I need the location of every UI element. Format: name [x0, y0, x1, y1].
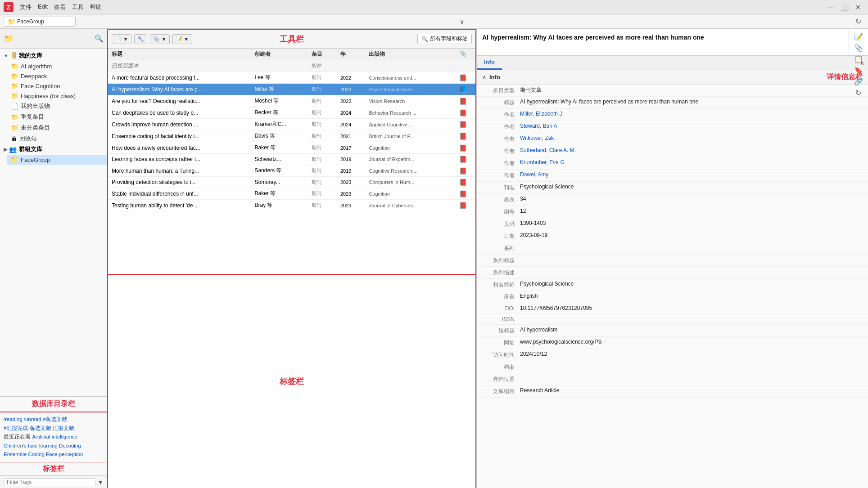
tags-label: 标签栏: [0, 462, 107, 475]
table-row[interactable]: Ensemble coding of facial identity i... …: [108, 130, 475, 142]
tag-children[interactable]: Children's face learning: [4, 443, 58, 448]
tag-report[interactable]: 汇报文献: [53, 425, 74, 431]
menu-file[interactable]: 文件: [17, 2, 34, 12]
tags-area-label: 标签栏: [272, 369, 311, 394]
row-year: 2019: [340, 157, 369, 162]
menu-tools[interactable]: 工具: [69, 2, 86, 12]
group-library-label: 群组文库: [19, 145, 42, 153]
table-row[interactable]: A more featural based processing f... Le…: [108, 72, 475, 84]
field-value-1[interactable]: Miller, Elizabeth J: [520, 111, 863, 117]
tag-ai[interactable]: Artificial intelligence: [32, 434, 77, 439]
table-row[interactable]: AI hyperrealism: Why AI faces are p... M…: [108, 84, 475, 95]
tool-button[interactable]: 🔧: [134, 34, 147, 44]
row-title: Crowds improve human detection ...: [112, 121, 254, 128]
sidebar-item-my-pub[interactable]: 📄 我的出版物: [7, 101, 107, 112]
col-title-header[interactable]: 标题 ↑: [112, 50, 254, 58]
field-value-4[interactable]: Sutherland, Clare A. M.: [520, 147, 863, 153]
tag-ensemble[interactable]: Ensemble Coding: [4, 452, 45, 457]
sidebar-item-facegroup[interactable]: 📁 FaceGroup: [7, 155, 107, 165]
table-row[interactable]: Crowds improve human detection ... Krame…: [108, 119, 475, 130]
address-dropdown-button[interactable]: ∨: [456, 15, 468, 28]
related-panel-icon[interactable]: 🔗: [854, 77, 863, 86]
col-pub-header[interactable]: 出版物: [369, 50, 454, 58]
tag-backup[interactable]: #备选文献: [43, 416, 67, 422]
field-row-10: 页码 1390-1403: [477, 218, 868, 230]
app-body: 📁 🔍 ▼ 🗄 我的文库 📁 AI algorithm 📁: [0, 29, 868, 488]
field-row-4: 作者 Sutherland, Clare A. M.: [477, 145, 868, 157]
doc-icon: 📄: [11, 103, 18, 110]
row-creator: Somoray...: [254, 179, 312, 185]
row-creator: Schwartz...: [254, 156, 312, 162]
field-value-20: www.psychologicalscience.org/PS: [520, 339, 863, 345]
table-row[interactable]: Stable individual differences in unf... …: [108, 188, 475, 200]
maximize-button[interactable]: ⬜: [838, 1, 851, 13]
note-button[interactable]: 📝 ▼: [172, 34, 192, 44]
sidebar-item-face-cognition[interactable]: 📁 Face Cognition: [7, 81, 107, 91]
field-row-0: 标题 AI hyperrealism: Why AI faces are per…: [477, 97, 868, 109]
col-creator-header[interactable]: 创建者: [254, 50, 312, 58]
row-type: 期刊: [312, 74, 340, 81]
field-value-3[interactable]: Witkower, Zak: [520, 135, 863, 141]
sidebar-item-happiness[interactable]: 📁 Happiness (for class): [7, 91, 107, 101]
tag-face-perception[interactable]: Face perception: [46, 452, 83, 457]
tag-reading[interactable]: /reading: [4, 416, 23, 422]
extra-panel-icon[interactable]: ↻: [855, 89, 861, 97]
minimize-button[interactable]: —: [825, 1, 837, 13]
field-value-2[interactable]: Steward, Ban A: [520, 123, 863, 129]
sidebar-item-uncategorized[interactable]: 📁 未分类条目: [7, 122, 107, 133]
info-toggle-icon: ∧: [482, 74, 487, 81]
field-value-24: Research Article: [520, 387, 863, 394]
address-box[interactable]: 📁 FaceGroup: [4, 17, 76, 27]
menu-edit[interactable]: Edit: [35, 2, 50, 12]
my-library-header[interactable]: ▼ 🗄 我的文库: [0, 50, 107, 61]
menu-help[interactable]: 帮助: [87, 2, 104, 12]
tab-info[interactable]: Info: [477, 56, 502, 70]
table-row[interactable]: Learning faces as concepts rather t... S…: [108, 154, 475, 165]
table-row[interactable]: Can deepfakes be used to study e... Beck…: [108, 107, 475, 119]
field-value-21: 2024/10/12: [520, 351, 863, 357]
sidebar-search-button[interactable]: 🔍: [95, 34, 104, 43]
pdf-icon: 📕: [459, 190, 467, 197]
new-item-button[interactable]: 📄 ▼: [112, 34, 131, 44]
locate-panel-icon[interactable]: 📋: [854, 55, 863, 63]
tag-decoding[interactable]: Decoding: [59, 443, 81, 448]
attach-panel-icon[interactable]: 📎: [854, 44, 863, 52]
new-collection-button[interactable]: 📁: [4, 34, 14, 44]
info-section-header[interactable]: ∧ Info 详情信息栏: [477, 70, 868, 85]
bottom-label-area: 标签栏: [108, 274, 475, 488]
tag-backup2[interactable]: 备选文献: [30, 425, 51, 431]
row-year: 2023: [340, 87, 369, 92]
filter-tags-button[interactable]: ▼: [97, 479, 104, 486]
table-row[interactable]: Providing detection strategies to i... S…: [108, 177, 475, 188]
sidebar-item-duplicates[interactable]: 📁 重复条目: [7, 112, 107, 122]
left-sidebar: 📁 🔍 ▼ 🗄 我的文库 📁 AI algorithm 📁: [0, 29, 108, 488]
sidebar-item-deeppack[interactable]: 📁 Deeppack: [7, 71, 107, 81]
field-value-9: 12: [520, 208, 863, 214]
menu-view[interactable]: 查看: [51, 2, 68, 12]
field-value-5[interactable]: Krumhuber, Eva G: [520, 159, 863, 166]
note-panel-icon[interactable]: 📝: [854, 32, 863, 41]
tag-reported[interactable]: #汇报完成: [4, 425, 28, 431]
tag-panel-icon[interactable]: 🔖: [854, 66, 863, 75]
group-library-header[interactable]: ▶ 👥 群组文库: [0, 144, 107, 155]
close-button[interactable]: ✕: [852, 1, 864, 13]
row-creator: Baker 等: [254, 190, 312, 197]
col-type-header[interactable]: 条目: [312, 50, 340, 58]
field-value-6[interactable]: Dawel, Amy: [520, 171, 863, 178]
row-attach: 📘: [455, 86, 472, 93]
search-box[interactable]: 🔍 所有字段和标签: [417, 34, 472, 44]
refresh-button[interactable]: ↻: [852, 15, 864, 28]
sidebar-item-ai-algorithm[interactable]: 📁 AI algorithm: [7, 61, 107, 71]
table-row[interactable]: Are you for real? Decoding realistic... …: [108, 95, 475, 107]
filter-tags-input[interactable]: [4, 478, 95, 486]
attach-button[interactable]: 📎 ▼: [150, 34, 170, 44]
table-row[interactable]: More human than human: a Turing... Sande…: [108, 165, 475, 177]
col-year-header[interactable]: 年: [340, 50, 369, 58]
table-row[interactable]: How does a newly encountered fac... Bake…: [108, 142, 475, 154]
sidebar-item-trash[interactable]: 🗑 回收站: [7, 133, 107, 144]
tag-unread[interactable]: /unread: [24, 416, 41, 422]
table-row[interactable]: Testing human ability to detect 'de... B…: [108, 200, 475, 211]
field-label-4: 作者: [482, 147, 515, 155]
row-year: 2021: [340, 134, 369, 139]
info-body: ∧ Info 详情信息栏 条目类型 期刊文章 标题 AI hyperrealis…: [477, 70, 868, 488]
